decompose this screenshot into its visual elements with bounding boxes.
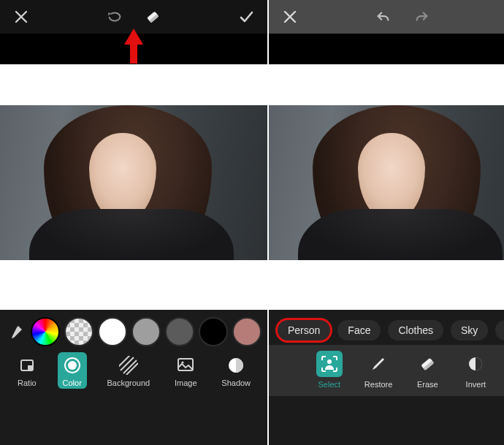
canvas-pad-bottom: [0, 260, 267, 310]
tab-shadow[interactable]: Shadow: [217, 352, 255, 389]
select-person-icon: [316, 351, 343, 377]
tab-color-label: Color: [63, 379, 82, 387]
canvas-pad-top: [0, 64, 267, 105]
tool-restore[interactable]: Restore: [364, 351, 393, 389]
topbar-left: [0, 0, 267, 34]
ratio-icon: [17, 355, 37, 376]
swatch-mauve[interactable]: [232, 317, 261, 346]
background-icon: [118, 355, 139, 376]
color-swatch-row: [0, 310, 267, 351]
topbar-right: [269, 0, 504, 34]
tab-background[interactable]: Background: [102, 352, 154, 389]
tool-erase-label: Erase: [417, 380, 438, 389]
screen-left: Ratio Color Background: [0, 0, 269, 445]
chip-sky[interactable]: Sky: [451, 320, 488, 341]
tool-restore-label: Restore: [364, 380, 393, 389]
close-icon[interactable]: [282, 9, 298, 25]
image-icon: [175, 355, 196, 376]
canvas-pad-bottom: [269, 260, 504, 310]
close-icon[interactable]: [13, 9, 29, 25]
photo-canvas[interactable]: [269, 105, 504, 260]
chip-person[interactable]: Person: [278, 320, 330, 341]
brush-icon: [365, 351, 392, 377]
tool-invert-label: Invert: [466, 380, 486, 389]
swatch-darkgrey[interactable]: [165, 317, 194, 346]
chip-he[interactable]: He: [495, 320, 504, 341]
photo-canvas[interactable]: [0, 105, 267, 260]
tab-ratio[interactable]: Ratio: [12, 352, 42, 389]
tab-background-label: Background: [107, 379, 150, 387]
swatch-transparent[interactable]: [64, 317, 93, 346]
swatch-black[interactable]: [199, 317, 228, 346]
tool-invert[interactable]: Invert: [462, 351, 489, 389]
tool-select[interactable]: Select: [316, 351, 343, 389]
screen-right: Person Face Clothes Sky He Select: [269, 0, 504, 445]
redo-loop-icon[interactable]: [107, 9, 123, 25]
tab-color[interactable]: Color: [58, 352, 87, 389]
bottom-panel-left: Ratio Color Background: [0, 310, 267, 445]
bottom-tools-right: Select Restore Erase Invert: [269, 345, 504, 396]
invert-icon: [462, 351, 489, 377]
selection-chips: Person Face Clothes Sky He: [269, 310, 504, 345]
spacer: [0, 34, 267, 64]
redo-icon[interactable]: [413, 9, 429, 25]
tool-erase[interactable]: Erase: [414, 351, 440, 389]
eyedropper-icon[interactable]: [6, 322, 26, 342]
bottom-tabs-left: Ratio Color Background: [0, 351, 267, 395]
tab-ratio-label: Ratio: [18, 379, 37, 387]
svg-point-9: [327, 360, 332, 364]
chip-clothes[interactable]: Clothes: [388, 320, 443, 341]
tab-image-label: Image: [175, 379, 197, 387]
tab-image[interactable]: Image: [170, 352, 202, 389]
canvas-pad-top: [269, 64, 504, 105]
color-icon: [62, 355, 83, 376]
swatch-grey[interactable]: [131, 317, 161, 346]
chip-face[interactable]: Face: [337, 320, 381, 341]
eraser-icon[interactable]: [145, 9, 161, 25]
tab-shadow-label: Shadow: [221, 379, 251, 387]
bottom-panel-right: Person Face Clothes Sky He Select: [269, 310, 504, 445]
eraser-icon: [414, 351, 440, 377]
spacer: [269, 34, 504, 64]
svg-rect-3: [28, 365, 32, 370]
swatch-white[interactable]: [98, 317, 127, 346]
shadow-icon: [226, 355, 246, 376]
svg-point-5: [68, 361, 77, 370]
tool-select-label: Select: [318, 380, 341, 389]
swatch-rainbow[interactable]: [31, 317, 60, 346]
svg-point-7: [182, 361, 184, 363]
undo-icon[interactable]: [375, 9, 392, 25]
confirm-check-icon[interactable]: [238, 9, 254, 25]
